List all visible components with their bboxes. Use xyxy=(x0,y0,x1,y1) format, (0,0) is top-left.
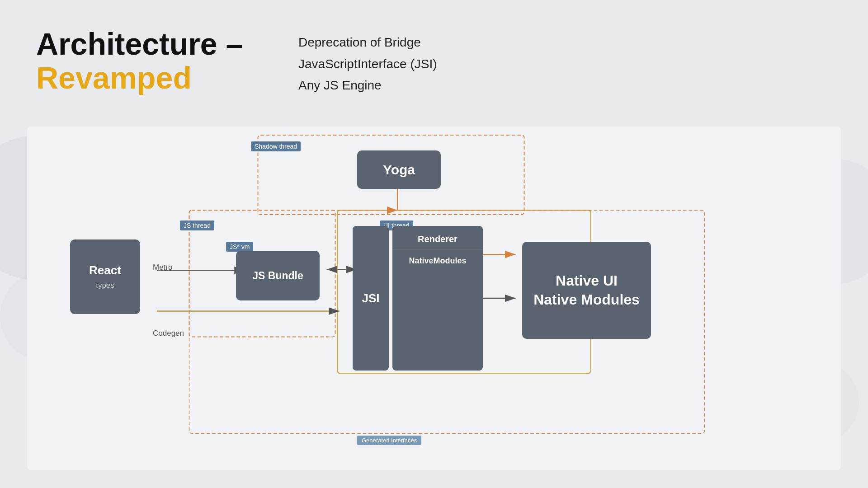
generated-interfaces: Generated Interfaces xyxy=(357,436,421,445)
bullet-1: Deprecation of Bridge xyxy=(298,32,437,53)
shadow-thread-label: Shadow thread xyxy=(251,141,301,151)
jsvm-label: JS* vm xyxy=(226,242,253,252)
yoga-label: Yoga xyxy=(383,162,415,178)
bullets-block: Deprecation of Bridge JavaScriptInterfac… xyxy=(298,32,437,96)
metro-label: Metro xyxy=(153,263,172,272)
react-label: React xyxy=(89,263,121,277)
react-box: React types xyxy=(70,239,140,314)
codegen-label: Codegen xyxy=(153,329,184,338)
jsbundle-label: JS Bundle xyxy=(252,270,303,282)
nativemodules-label: NativeModules xyxy=(392,249,483,272)
jsi-box: JSI xyxy=(353,226,389,371)
renderer-area: Renderer NativeModules xyxy=(392,226,483,371)
native-ui-line2: Native Modules xyxy=(533,291,640,310)
renderer-label: Renderer xyxy=(392,226,483,249)
jsbundle-box: JS Bundle xyxy=(236,251,320,300)
native-ui-box: Native UI Native Modules xyxy=(522,242,651,339)
jsi-label: JSI xyxy=(362,291,379,305)
js-thread-label: JS thread xyxy=(180,221,214,230)
native-ui-line1: Native UI xyxy=(556,272,618,291)
bullet-3: Any JS Engine xyxy=(298,75,437,96)
diagram-wrapper: Shadow thread JS thread UI thread JS* vm… xyxy=(27,127,841,470)
react-sub: types xyxy=(96,281,114,290)
bullet-2: JavaScriptInterface (JSI) xyxy=(298,53,437,75)
yoga-box: Yoga xyxy=(357,150,441,189)
title-block: Architecture – Revamped xyxy=(36,27,243,95)
title-line2: Revamped xyxy=(36,61,243,95)
title-line1: Architecture – xyxy=(36,27,243,61)
